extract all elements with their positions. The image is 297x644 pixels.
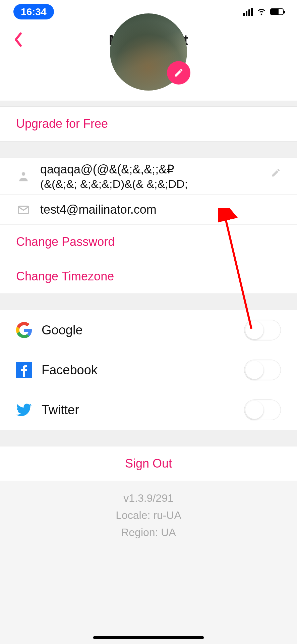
back-button[interactable] bbox=[13, 32, 23, 48]
edit-username-button[interactable] bbox=[271, 168, 281, 179]
username-row[interactable]: qaqaqa@(@&(&;&,&;;&₽ (&(&;&; &;&;&;D)&(&… bbox=[0, 158, 297, 195]
cellular-signal-icon bbox=[243, 8, 253, 16]
facebook-row[interactable]: Facebook bbox=[0, 350, 297, 390]
status-time: 16:34 bbox=[13, 4, 54, 19]
version-text: v1.3.9/291 bbox=[0, 490, 297, 507]
twitter-row[interactable]: Twitter bbox=[0, 390, 297, 430]
username-line2: (&(&;&; &;&;&;D)&(& &;&;DD; bbox=[40, 177, 281, 191]
battery-icon bbox=[270, 8, 284, 15]
locale-text: Locale: ru-UA bbox=[0, 507, 297, 524]
google-icon bbox=[16, 322, 32, 338]
email-text: test4@mailinator.com bbox=[40, 202, 281, 217]
upgrade-for-free-button[interactable]: Upgrade for Free bbox=[0, 107, 297, 141]
facebook-label: Facebook bbox=[42, 363, 235, 377]
footer: v1.3.9/291 Locale: ru-UA Region: UA bbox=[0, 481, 297, 561]
twitter-toggle[interactable] bbox=[244, 399, 281, 420]
facebook-icon bbox=[16, 362, 32, 378]
pencil-icon bbox=[174, 68, 184, 78]
pencil-icon bbox=[271, 168, 281, 178]
sign-out-button[interactable]: Sign Out bbox=[0, 446, 297, 481]
google-toggle[interactable] bbox=[244, 320, 281, 340]
person-icon bbox=[16, 170, 31, 183]
home-indicator bbox=[93, 636, 204, 639]
username-text: qaqaqa@(@&(&;&,&;;&₽ (&(&;&; &;&;&;D)&(&… bbox=[40, 162, 281, 191]
twitter-label: Twitter bbox=[42, 403, 235, 417]
svg-point-0 bbox=[22, 172, 25, 176]
google-row[interactable]: Google bbox=[0, 310, 297, 350]
google-label: Google bbox=[42, 323, 235, 337]
edit-avatar-button[interactable] bbox=[167, 61, 190, 85]
facebook-toggle[interactable] bbox=[244, 360, 281, 380]
email-row: test4@mailinator.com bbox=[0, 195, 297, 225]
wifi-icon bbox=[257, 6, 266, 17]
avatar-section bbox=[0, 57, 297, 101]
twitter-icon bbox=[16, 402, 32, 418]
status-icons bbox=[243, 6, 284, 17]
username-line1: qaqaqa@(@&(&;&,&;;&₽ bbox=[40, 162, 281, 177]
change-password-button[interactable]: Change Password bbox=[0, 225, 297, 259]
mail-icon bbox=[16, 203, 31, 216]
change-timezone-button[interactable]: Change Timezone bbox=[0, 259, 297, 293]
region-text: Region: UA bbox=[0, 524, 297, 541]
